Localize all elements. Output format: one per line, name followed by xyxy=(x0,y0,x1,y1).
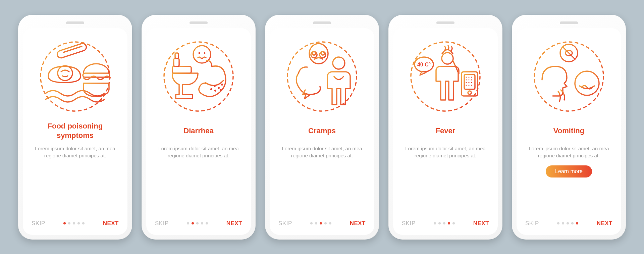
screen-body: Lorem ipsum dolor sit amet, an mea regio… xyxy=(32,145,119,160)
svg-rect-11 xyxy=(172,66,191,73)
svg-point-35 xyxy=(466,79,467,80)
dot[interactable] xyxy=(320,222,322,224)
phone-speaker xyxy=(66,21,84,24)
svg-point-10 xyxy=(204,52,206,54)
skip-button[interactable]: SKIP xyxy=(32,220,45,227)
svg-point-33 xyxy=(468,77,469,78)
onboarding-nav: SKIP NEXT xyxy=(393,220,498,227)
dot[interactable] xyxy=(329,222,331,224)
svg-rect-13 xyxy=(175,53,178,58)
onboarding-nav: SKIP NEXT xyxy=(517,220,621,227)
screen-body: Lorem ipsum dolor sit amet, an mea regio… xyxy=(525,145,612,160)
svg-point-15 xyxy=(214,90,216,92)
svg-point-31 xyxy=(468,91,471,94)
pagination-dots xyxy=(434,222,455,224)
onboarding-nav: SKIP NEXT xyxy=(146,220,251,227)
svg-point-38 xyxy=(466,82,467,83)
dot[interactable] xyxy=(571,222,574,224)
phone-speaker xyxy=(313,21,331,24)
svg-point-40 xyxy=(471,82,472,83)
svg-point-41 xyxy=(466,85,467,86)
skip-button[interactable]: SKIP xyxy=(402,220,416,227)
skip-button[interactable]: SKIP xyxy=(278,220,292,227)
onboarding-screen: 40 C° Fever Lorem i xyxy=(393,28,498,235)
onboarding-nav: SKIP NEXT xyxy=(270,220,374,227)
onboarding-screen: Vomiting Lorem ipsum dolor sit amet, an … xyxy=(517,28,621,235)
dot[interactable] xyxy=(73,222,75,224)
svg-point-47 xyxy=(575,71,599,95)
svg-point-19 xyxy=(214,85,216,87)
learn-more-button[interactable]: Learn more xyxy=(546,165,592,177)
pagination-dots xyxy=(187,222,208,224)
dot[interactable] xyxy=(63,222,66,224)
dot[interactable] xyxy=(187,222,189,224)
phone-speaker xyxy=(560,21,578,24)
next-button[interactable]: NEXT xyxy=(473,220,489,227)
onboarding-screen: Food poisoning symptoms Lorem ipsum dolo… xyxy=(23,28,127,235)
onboarding-nav: SKIP NEXT xyxy=(23,220,127,227)
dot[interactable] xyxy=(438,222,441,224)
pagination-dots xyxy=(557,222,578,224)
phone-mockup: Cramps Lorem ipsum dolor sit amet, an me… xyxy=(265,15,379,240)
screen-title: Cramps xyxy=(308,121,336,140)
svg-rect-30 xyxy=(464,74,475,89)
sick-bed-burger-thermometer-icon xyxy=(38,40,112,113)
screen-title: Vomiting xyxy=(553,121,584,140)
svg-point-32 xyxy=(466,77,467,78)
dot[interactable] xyxy=(201,222,203,224)
vomit-face-no-food-icon xyxy=(532,40,606,113)
dot[interactable] xyxy=(206,222,208,224)
pagination-dots xyxy=(63,222,85,224)
svg-point-26 xyxy=(411,42,480,111)
onboarding-screen: Diarrhea Lorem ipsum dolor sit amet, an … xyxy=(146,28,251,235)
dot[interactable] xyxy=(68,222,70,224)
dot[interactable] xyxy=(567,222,569,224)
screen-body: Lorem ipsum dolor sit amet, an mea regio… xyxy=(155,145,242,160)
dot[interactable] xyxy=(576,222,578,224)
onboarding-screen: Cramps Lorem ipsum dolor sit amet, an me… xyxy=(270,28,374,235)
svg-text:40 C°: 40 C° xyxy=(417,62,431,67)
stomach-pain-person-icon xyxy=(285,40,359,113)
svg-point-28 xyxy=(442,53,453,64)
fever-40c-person-icon: 40 C° xyxy=(409,40,482,113)
next-button[interactable]: NEXT xyxy=(597,220,612,227)
dot[interactable] xyxy=(82,222,85,224)
svg-line-2 xyxy=(63,46,82,52)
screen-body: Lorem ipsum dolor sit amet, an mea regio… xyxy=(278,145,366,160)
phone-speaker xyxy=(436,21,454,24)
svg-point-17 xyxy=(221,84,223,86)
skip-button[interactable]: SKIP xyxy=(525,220,539,227)
svg-rect-12 xyxy=(174,58,179,66)
dot[interactable] xyxy=(448,222,450,224)
toilet-stomach-face-icon xyxy=(162,40,235,113)
skip-button[interactable]: SKIP xyxy=(155,220,169,227)
svg-point-42 xyxy=(468,85,469,86)
phone-mockup: Diarrhea Lorem ipsum dolor sit amet, an … xyxy=(142,15,256,240)
dot[interactable] xyxy=(452,222,455,224)
dot[interactable] xyxy=(562,222,564,224)
phone-speaker xyxy=(190,21,208,24)
next-button[interactable]: NEXT xyxy=(103,220,119,227)
next-button[interactable]: NEXT xyxy=(226,220,242,227)
dot[interactable] xyxy=(315,222,317,224)
dot[interactable] xyxy=(324,222,327,224)
phone-mockup: 40 C° Fever Lorem i xyxy=(388,15,502,240)
next-button[interactable]: NEXT xyxy=(350,220,366,227)
svg-line-46 xyxy=(563,47,575,59)
dot[interactable] xyxy=(310,222,313,224)
screen-title: Food poisoning symptoms xyxy=(32,121,119,140)
phone-mockup: Vomiting Lorem ipsum dolor sit amet, an … xyxy=(512,15,626,240)
dot[interactable] xyxy=(192,222,194,224)
svg-point-7 xyxy=(164,42,233,111)
dot[interactable] xyxy=(196,222,199,224)
svg-point-22 xyxy=(333,57,345,69)
dot[interactable] xyxy=(443,222,445,224)
screen-title: Fever xyxy=(436,121,455,140)
dot[interactable] xyxy=(434,222,436,224)
dot[interactable] xyxy=(557,222,559,224)
phone-mockup: Food poisoning symptoms Lorem ipsum dolo… xyxy=(18,15,132,240)
svg-point-36 xyxy=(468,79,469,80)
svg-point-14 xyxy=(210,88,212,90)
screen-title: Diarrhea xyxy=(183,121,213,140)
dot[interactable] xyxy=(77,222,80,224)
